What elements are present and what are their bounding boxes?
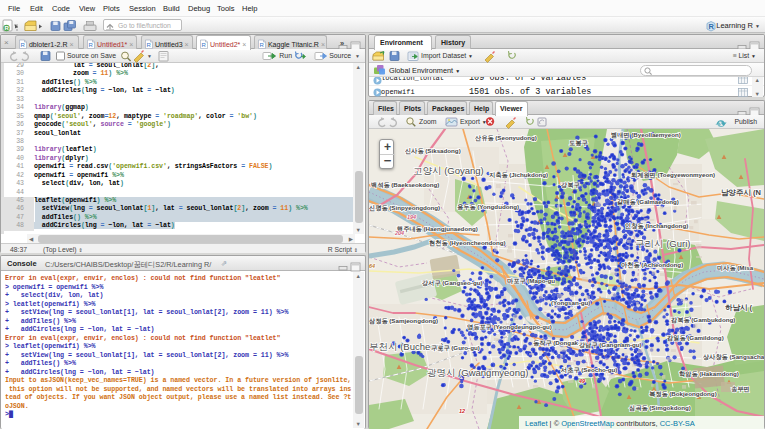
- svg-text:구로구 (Guro-gu): 구로구 (Guro-gu): [431, 344, 480, 352]
- svg-text:인창동 (Inchangdong): 인창동 (Inchangdong): [625, 222, 688, 230]
- svg-text:신사동 (Siksadong): 신사동 (Siksadong): [405, 147, 461, 155]
- svg-text:강남구 (Gangnam-gu): 강남구 (Gangnam-gu): [579, 341, 642, 349]
- svg-text:R: R: [260, 42, 265, 48]
- svg-text:지축동 (Jichukdong): 지축동 (Jichukdong): [489, 171, 548, 179]
- svg-text:(Yongsan-gu): (Yongsan-gu): [551, 299, 590, 306]
- svg-text:R: R: [147, 42, 152, 48]
- svg-text:아천동 (Acheondong): 아천동 (Acheondong): [621, 261, 683, 269]
- svg-text:복정동 (Bokjeongdong): 복정동 (Bokjeongdong): [649, 390, 717, 398]
- svg-text:R: R: [21, 42, 26, 48]
- svg-text:R: R: [709, 21, 715, 30]
- svg-text:49: 49: [578, 378, 586, 384]
- svg-text:204: 204: [394, 230, 404, 236]
- svg-text:상사창동 (Sangsacha: 상사창동 (Sangsacha: [703, 353, 764, 361]
- svg-text:감일동 (Gamildong): 감일동 (Gamildong): [667, 334, 724, 342]
- svg-text:현천동 (Hyeoncheondong): 현천동 (Hyeoncheondong): [429, 239, 506, 247]
- svg-text:용두동 (Yongdudong): 용두동 (Yongdudong): [457, 203, 519, 211]
- svg-text:Leaflet | © OpenStreetMap cont: Leaflet | © OpenStreetMap contributors, …: [525, 419, 695, 428]
- svg-text:미사동 (Misa: 미사동 (Misa: [717, 264, 754, 272]
- svg-text:퇴계원면 (Toegyewonmyeon): 퇴계원면 (Toegyewonmyeon): [631, 171, 715, 179]
- svg-text:광명시 (Gwangmyeong): 광명시 (Gwangmyeong): [427, 367, 528, 378]
- svg-text:강북구: 강북구: [561, 181, 580, 189]
- svg-text:194: 194: [407, 214, 416, 220]
- svg-text:12: 12: [459, 408, 465, 414]
- svg-text:백석동 (Baekseokdong): 백석동 (Baekseokdong): [371, 181, 439, 189]
- svg-text:갈매동 (Galmaedong): 갈매동 (Galmaedong): [617, 198, 679, 206]
- svg-text:신평동 (Sinpyeongdong): 신평동 (Sinpyeongdong): [369, 204, 440, 212]
- svg-text:고양시 (Goyang): 고양시 (Goyang): [413, 165, 484, 176]
- svg-text:감북동 (Gambukdong): 감북동 (Gambukdong): [671, 316, 735, 324]
- svg-text:64: 64: [369, 263, 375, 269]
- svg-text:R: R: [5, 25, 10, 31]
- svg-text:남양주시 (N: 남양주시 (N: [721, 188, 761, 197]
- svg-text:R: R: [89, 42, 94, 48]
- svg-text:심곡동 (Simgokdong): 심곡동 (Simgokdong): [629, 404, 691, 412]
- svg-text:별내면 (Byeollaemyeon): 별내면 (Byeollaemyeon): [611, 131, 681, 139]
- svg-text:하남시 (: 하남시 (: [725, 303, 753, 312]
- svg-text:동작구 (Dongak-g: 동작구 (Dongak-g: [533, 339, 584, 347]
- svg-text:삼정동 (Samjeongdong): 삼정동 (Samjeongdong): [369, 317, 438, 325]
- svg-text:구리시 (Guri): 구리시 (Guri): [635, 238, 690, 249]
- svg-text:학암동 (Hakamdong): 학암동 (Hakamdong): [679, 370, 739, 378]
- svg-text:R: R: [202, 42, 207, 48]
- svg-text:산유동 (Seonyudong): 산유동 (Seonyudong): [475, 134, 537, 142]
- svg-text:행주내동 (Haengjunaedong): 행주내동 (Haengjunaedong): [397, 225, 478, 233]
- svg-text:송부면: 송부면: [731, 385, 750, 393]
- svg-text:서초구 (Seocho-gu): 서초구 (Seocho-gu): [560, 366, 617, 374]
- svg-text:영등포구 (Yeongdeungpo-gu): 영등포구 (Yeongdeungpo-gu): [467, 323, 552, 331]
- svg-text:강서구 (Gangseo-gu): 강서구 (Gangseo-gu): [422, 279, 483, 287]
- svg-text:마포구 (Mapo-gu: 마포구 (Mapo-gu: [507, 277, 555, 285]
- svg-text:도봉구: 도봉구: [569, 139, 588, 147]
